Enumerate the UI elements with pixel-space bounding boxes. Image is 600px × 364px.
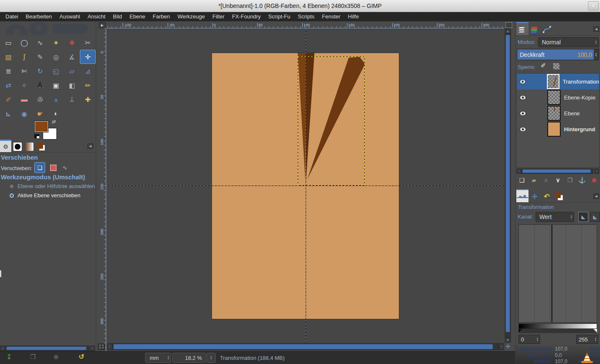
menu-item-hilfe[interactable]: Hilfe: [344, 12, 363, 21]
menu-item-farben[interactable]: Farben: [149, 12, 174, 21]
close-button[interactable]: x: [588, 1, 599, 10]
canvas-vscrollbar[interactable]: [505, 34, 511, 337]
tool-flip[interactable]: ⇄: [0, 78, 16, 92]
tool-shear[interactable]: ▱: [64, 64, 80, 78]
tool-scissors-select[interactable]: ✂: [80, 36, 96, 50]
save-tool-preset-icon[interactable]: ↧: [6, 353, 12, 361]
scrollbar-thumb[interactable]: [522, 169, 591, 173]
new-layer-button[interactable]: ❑: [516, 175, 527, 185]
tool-rotate[interactable]: ↻: [32, 64, 48, 78]
scroll-right-arrow[interactable]: ›: [499, 343, 504, 350]
scroll-up-arrow[interactable]: ▴: [505, 28, 511, 34]
menu-item-ebene[interactable]: Ebene: [126, 12, 149, 21]
menu-item-filter[interactable]: Filter: [209, 12, 228, 21]
histogram-linear-button[interactable]: ◣: [578, 212, 588, 222]
tool-fuzzy-select[interactable]: ✶: [48, 36, 64, 50]
menu-item-bild[interactable]: Bild: [109, 12, 126, 21]
lower-layer-button[interactable]: ∨: [552, 175, 563, 185]
menu-item-fxfoundry[interactable]: FX-Foundry: [228, 12, 265, 21]
zoom-entry[interactable]: 18,2 %: [172, 353, 206, 363]
radio-select-layer-or-guide[interactable]: Ebene oder Hilfslinie auswählen: [9, 183, 96, 189]
anchor-layer-button[interactable]: ⚓: [577, 175, 587, 185]
channel-dropdown[interactable]: Wert ▲▼: [536, 212, 574, 222]
tool-dodge-burn[interactable]: ◐: [48, 107, 64, 121]
tool-text[interactable]: A: [32, 78, 48, 92]
menu-item-bearbeiten[interactable]: Bearbeiten: [22, 12, 56, 21]
tool-paintbrush[interactable]: ✐: [0, 92, 16, 107]
tool-cage-transform[interactable]: ✧: [16, 78, 32, 92]
layer-row-ebene-kopie[interactable]: Ebene-Kopie: [517, 89, 599, 105]
canvas-hscrollbar[interactable]: [112, 343, 499, 350]
menu-item-auswahl[interactable]: Auswahl: [56, 12, 84, 21]
tool-crop[interactable]: ✄: [16, 64, 32, 78]
tool-ink[interactable]: ∎: [48, 92, 64, 107]
horizontal-ruler[interactable]: -100-50050100150200250300: [107, 22, 504, 28]
scroll-down-arrow[interactable]: ▾: [505, 337, 511, 343]
menu-item-fenster[interactable]: Fenster: [318, 12, 344, 21]
tool-zoom[interactable]: ◎: [48, 50, 64, 64]
zoom-spinner[interactable]: ▲▼: [207, 353, 216, 363]
scrollbar-thumb[interactable]: [113, 344, 493, 349]
navigation-cross-icon[interactable]: ✛: [506, 343, 511, 350]
menu-item-scriptfu[interactable]: Script-Fu: [265, 12, 294, 21]
layer-row-transformation[interactable]: Transformation: [517, 74, 599, 89]
visibility-eye-icon[interactable]: [520, 96, 526, 99]
tool-perspective-clone[interactable]: ⊾: [0, 107, 16, 121]
scroll-right-arrow[interactable]: ›: [594, 168, 599, 174]
menu-item-werkzeuge[interactable]: Werkzeuge: [174, 12, 209, 21]
move-selection-button[interactable]: [48, 162, 59, 173]
quick-mask-toggle[interactable]: [98, 344, 105, 350]
tab-brushes[interactable]: [12, 140, 23, 153]
tab-colors[interactable]: [553, 190, 565, 203]
duplicate-layer-button[interactable]: ❐: [564, 175, 575, 185]
move-path-button[interactable]: ∿: [59, 162, 70, 173]
collapse-left-arrow-icon[interactable]: ◀: [87, 143, 93, 149]
scrollbar-thumb[interactable]: [506, 35, 510, 332]
vertical-ruler[interactable]: 050100150200250300: [98, 28, 106, 351]
tab-patterns[interactable]: [35, 140, 46, 153]
scrollbar-thumb[interactable]: [6, 346, 87, 350]
tool-ellipse-select[interactable]: ◯: [16, 36, 32, 50]
title-bar[interactable]: *[Unbenannt]-1.0 (RGB-Farben, 4 Ebenen) …: [0, 0, 600, 12]
scroll-right-arrow[interactable]: ›: [89, 346, 95, 351]
tool-blur-sharpen[interactable]: ◉: [16, 107, 32, 121]
lock-alpha-icon[interactable]: [553, 63, 559, 69]
tab-layers[interactable]: [516, 22, 529, 35]
restore-tool-preset-icon[interactable]: ❒: [30, 353, 36, 361]
layers-hscrollbar[interactable]: [521, 168, 593, 174]
visibility-eye-icon[interactable]: [520, 127, 526, 131]
tool-free-select[interactable]: ∿: [32, 36, 48, 50]
tool-color-picker[interactable]: ✎: [32, 50, 48, 64]
high-range-marker[interactable]: [593, 329, 597, 333]
tool-clone[interactable]: ⟂: [64, 92, 80, 107]
navigation-preview-icon[interactable]: [506, 22, 512, 28]
tool-foreground-select[interactable]: ▧: [0, 50, 16, 64]
menu-item-scripts[interactable]: Scripts: [294, 12, 318, 21]
tab-pointer[interactable]: ✛: [529, 190, 541, 203]
unit-dropdown[interactable]: mm ▲▼: [145, 353, 171, 363]
visibility-eye-icon[interactable]: [520, 112, 526, 115]
tool-select-by-color[interactable]: ❖: [64, 36, 80, 50]
foreground-color-swatch[interactable]: [34, 121, 49, 132]
tab-undo-history[interactable]: ↶: [541, 190, 553, 203]
scroll-left-arrow[interactable]: ‹: [0, 346, 5, 351]
delete-tool-preset-icon[interactable]: ⊗: [54, 353, 59, 361]
tab-channels[interactable]: [529, 23, 541, 36]
spinner-icon[interactable]: ▲▼: [594, 49, 598, 60]
tool-move[interactable]: ✛: [80, 50, 96, 64]
histogram-log-button[interactable]: ◣: [590, 212, 600, 222]
scroll-left-arrow[interactable]: ‹: [107, 343, 112, 350]
canvas-viewport[interactable]: [106, 28, 504, 343]
reset-tool-options-icon[interactable]: ↺: [79, 353, 84, 361]
visibility-eye-icon[interactable]: [520, 80, 525, 84]
horizontal-guide[interactable]: [106, 186, 504, 186]
range-min-spinbox[interactable]: 0 ▲▼: [518, 335, 540, 344]
tab-tool-options[interactable]: ⚙: [0, 140, 11, 152]
tool-options-hscrollbar[interactable]: [5, 346, 89, 351]
traffic-cone-icon[interactable]: [580, 352, 594, 364]
tab-paths[interactable]: [541, 23, 553, 36]
histogram-display[interactable]: [518, 224, 597, 323]
tool-rectangle-select[interactable]: ▭: [0, 36, 16, 50]
collapse-left-arrow-icon[interactable]: ◀: [593, 193, 599, 199]
layer-row-ebene[interactable]: Ebene: [517, 105, 599, 121]
